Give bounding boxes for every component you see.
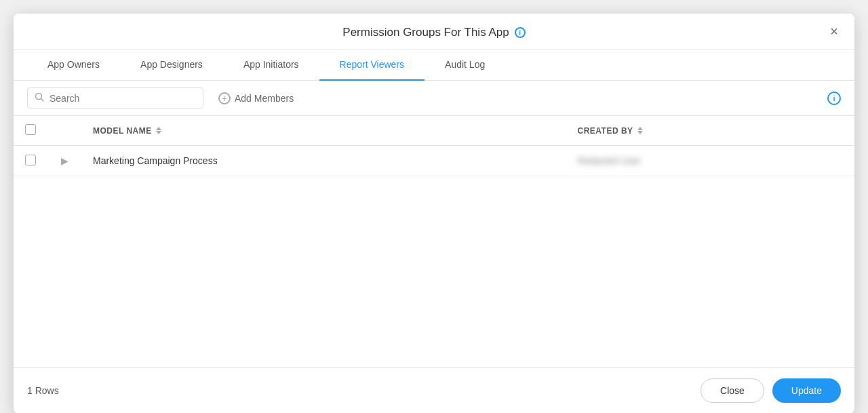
tab-audit-log[interactable]: Audit Log xyxy=(425,50,505,81)
title-info-icon[interactable]: i xyxy=(515,27,526,38)
table-header-row: MODEL NAME CREATED BY xyxy=(14,116,854,146)
row-created-by: Redacted User xyxy=(577,155,640,166)
modal-header: Permission Groups For This App i × xyxy=(14,14,854,50)
toolbar: + Add Members i xyxy=(14,81,854,116)
modal-footer: 1 Rows Close Update xyxy=(14,367,854,413)
close-button[interactable]: Close xyxy=(701,378,764,403)
permission-groups-modal: Permission Groups For This App i × App O… xyxy=(14,14,854,413)
search-input[interactable] xyxy=(50,93,196,104)
row-checkbox-cell xyxy=(14,146,47,176)
search-wrapper xyxy=(27,87,203,109)
created-by-header-label: CREATED BY xyxy=(577,126,633,136)
th-checkbox xyxy=(14,116,47,146)
th-expand xyxy=(47,116,82,146)
modal-title: Permission Groups For This App i xyxy=(342,26,525,39)
row-expand-cell: ▶ xyxy=(47,146,82,176)
row-model-name: Marketing Campaign Process xyxy=(93,155,218,166)
add-members-label: Add Members xyxy=(235,93,294,104)
select-all-checkbox[interactable] xyxy=(25,124,36,135)
created-by-sort-icon xyxy=(637,127,643,134)
tab-app-initiators[interactable]: App Initiators xyxy=(223,50,319,81)
th-created-by[interactable]: CREATED BY xyxy=(566,116,854,146)
model-name-header-label: MODEL NAME xyxy=(93,126,152,136)
modal-title-text: Permission Groups For This App xyxy=(342,26,509,39)
close-modal-button[interactable]: × xyxy=(827,22,841,41)
row-model-name-cell: Marketing Campaign Process xyxy=(82,146,566,176)
toolbar-info-icon[interactable]: i xyxy=(827,92,841,105)
tab-report-viewers[interactable]: Report Viewers xyxy=(319,50,425,81)
table-row: ▶ Marketing Campaign Process Redacted Us… xyxy=(14,146,854,176)
search-icon xyxy=(35,92,44,104)
row-checkbox[interactable] xyxy=(25,155,36,165)
add-members-icon: + xyxy=(218,92,231,104)
footer-buttons: Close Update xyxy=(701,378,841,403)
row-expand-button[interactable]: ▶ xyxy=(58,154,71,168)
row-created-by-cell: Redacted User xyxy=(566,146,854,176)
tab-app-owners[interactable]: App Owners xyxy=(27,50,120,81)
add-members-button[interactable]: + Add Members xyxy=(212,88,300,109)
tabs-container: App Owners App Designers App Initiators … xyxy=(14,50,854,81)
data-table-container: MODEL NAME CREATED BY xyxy=(14,116,854,367)
tab-app-designers[interactable]: App Designers xyxy=(120,50,223,81)
model-name-sort-icon xyxy=(156,127,161,134)
th-model-name[interactable]: MODEL NAME xyxy=(82,116,566,146)
data-table: MODEL NAME CREATED BY xyxy=(14,116,854,176)
rows-count-label: 1 Rows xyxy=(27,385,59,396)
svg-line-1 xyxy=(41,99,44,102)
update-button[interactable]: Update xyxy=(772,378,841,403)
